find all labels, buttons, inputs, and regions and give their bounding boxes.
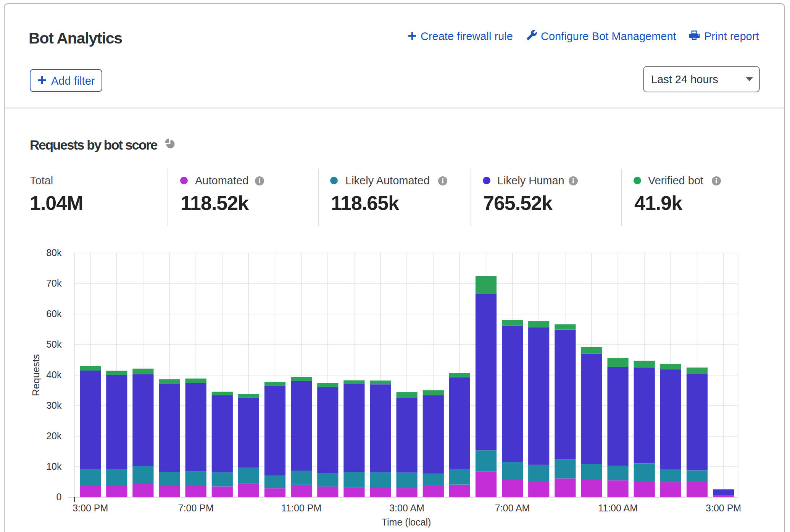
svg-text:0: 0 [56, 492, 62, 502]
svg-text:40k: 40k [46, 369, 62, 380]
svg-text:Requests: Requests [30, 354, 42, 396]
svg-text:50k: 50k [46, 339, 62, 350]
svg-text:20k: 20k [46, 430, 62, 441]
svg-text:80k: 80k [46, 247, 62, 258]
svg-text:30k: 30k [46, 400, 62, 411]
svg-text:10k: 10k [46, 461, 62, 472]
svg-text:60k: 60k [46, 308, 62, 319]
svg-text:3:00 AM: 3:00 AM [389, 503, 424, 513]
svg-text:3:00 PM: 3:00 PM [73, 503, 108, 513]
svg-text:11:00 PM: 11:00 PM [281, 503, 321, 513]
svg-text:11:00 AM: 11:00 AM [598, 503, 638, 513]
svg-text:7:00 PM: 7:00 PM [178, 503, 214, 513]
svg-text:3:00 PM: 3:00 PM [706, 503, 741, 513]
svg-text:70k: 70k [46, 278, 62, 289]
svg-text:7:00 AM: 7:00 AM [495, 503, 530, 513]
svg-text:Time (local): Time (local) [382, 517, 431, 527]
